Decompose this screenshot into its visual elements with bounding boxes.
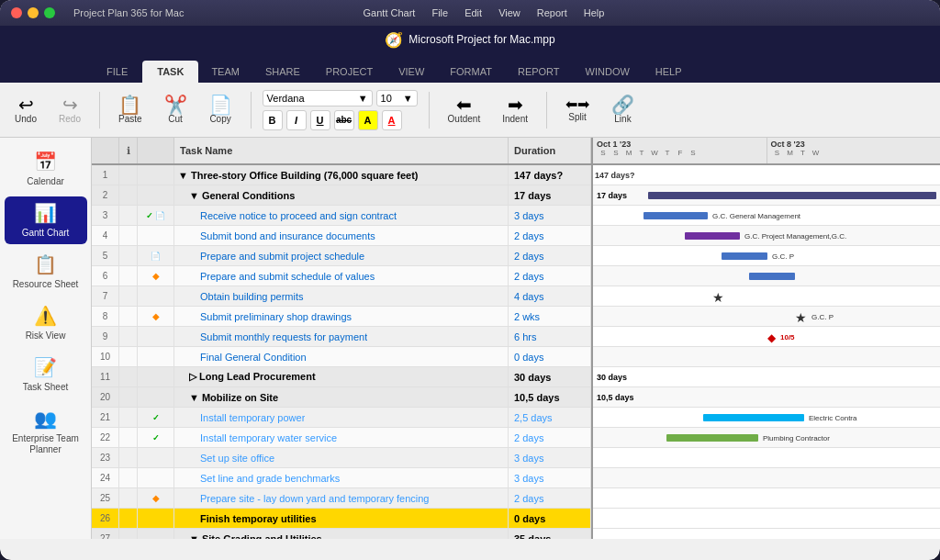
table-row[interactable]: 6 ◆ Prepare and submit schedule of value… <box>92 266 591 286</box>
table-row[interactable]: 2 ▼ General Conditions 17 days <box>92 185 591 206</box>
bold-button[interactable]: B <box>263 110 283 130</box>
cell-row-num: 11 <box>92 367 119 386</box>
table-row[interactable]: 3 ✓ 📄 Receive notice to proceed and sign… <box>92 206 591 226</box>
cell-flags <box>138 165 174 185</box>
cell-duration: 2 days <box>509 246 591 265</box>
tab-report[interactable]: REPORT <box>505 61 573 83</box>
gantt-label: Electric Contra <box>809 414 856 422</box>
col-header-duration: Duration <box>509 138 591 163</box>
table-row[interactable]: 11 ▷ Long Lead Procurement 30 days <box>92 367 591 387</box>
menu-edit[interactable]: Edit <box>464 7 482 18</box>
gantt-row: 10,5 days <box>593 387 940 408</box>
table-row[interactable]: 4 Submit bond and insurance documents 2 … <box>92 226 591 246</box>
cut-button[interactable]: ✂️ Cut <box>157 92 195 128</box>
gantt-label: 30 days <box>597 373 627 382</box>
highlight-button[interactable]: A <box>358 110 378 130</box>
undo-button[interactable]: ↩ Undo <box>7 92 44 128</box>
content-area: ℹ Task Name Duration 1 <box>92 138 940 539</box>
gantt-row: Electric Contra <box>593 408 940 428</box>
cell-duration: 0 days <box>509 509 591 528</box>
table-row[interactable]: 9 Submit monthly requests for payment 6 … <box>92 327 591 347</box>
sidebar-item-gantt[interactable]: 📊 Gantt Chart <box>5 196 87 244</box>
main-area: 📅 Calendar 📊 Gantt Chart 📋 Resource Shee… <box>0 138 940 539</box>
table-row[interactable]: 5 📄 Prepare and submit project schedule … <box>92 246 591 266</box>
tab-share[interactable]: SHARE <box>252 61 313 83</box>
split-button[interactable]: ⬅➡ Split <box>558 94 597 126</box>
italic-button[interactable]: I <box>286 110 307 130</box>
cell-row-num: 7 <box>92 286 119 306</box>
tab-task[interactable]: TASK <box>142 61 198 83</box>
table-row[interactable]: 10 Final General Condition 0 days <box>92 347 591 367</box>
paste-button[interactable]: 📋 Paste <box>111 92 150 128</box>
outdent-button[interactable]: ⬅ Outdent <box>441 92 488 128</box>
link-button[interactable]: 🔗 Link <box>604 92 642 128</box>
table-row[interactable]: 26 Finish temporay utilities 0 days <box>92 509 591 529</box>
grid-header: ℹ Task Name Duration <box>92 138 591 165</box>
size-selector[interactable]: 10 ▼ <box>376 90 418 106</box>
gantt-bar <box>666 434 758 442</box>
redo-button[interactable]: ↪ Redo <box>51 92 88 128</box>
cell-flags: ✓ <box>138 408 174 427</box>
undo-label: Undo <box>15 114 37 124</box>
gantt-week2-days: S M T W <box>771 149 937 157</box>
sidebar-item-enterprise[interactable]: 👥 Enterprise Team Planner <box>5 402 87 461</box>
tab-file[interactable]: FILE <box>92 61 142 83</box>
cell-info <box>119 347 138 366</box>
gantt-duration-label: 147 days? <box>595 171 635 180</box>
tab-team[interactable]: TEAM <box>198 61 252 83</box>
menu-report[interactable]: Report <box>537 7 567 18</box>
cell-duration: 3 days <box>509 206 591 225</box>
gantt-row: G.C. Project Management,G.C. <box>593 226 940 246</box>
table-row[interactable]: 8 ◆ Submit preliminary shop drawings 2 w… <box>92 307 591 327</box>
tab-view[interactable]: VIEW <box>386 61 437 83</box>
tab-format[interactable]: FORMAT <box>437 61 505 83</box>
cell-name: Submit preliminary shop drawings <box>174 307 509 326</box>
sidebar-item-task[interactable]: 📝 Task Sheet <box>5 351 87 398</box>
cell-duration: 2 days <box>509 226 591 245</box>
gantt-row <box>593 448 940 468</box>
tab-project[interactable]: PROJECT <box>313 61 386 83</box>
milestone-diamond-icon: ◆ <box>767 331 776 344</box>
table-row[interactable]: 22 ✓ Install temporary water service 2 d… <box>92 428 591 448</box>
menu-file[interactable]: File <box>431 7 448 18</box>
gantt-bar <box>722 252 767 260</box>
table-row[interactable]: 21 ✓ Install temporary power 2,5 days <box>92 408 591 428</box>
table-row[interactable]: 20 ▼ Mobilize on Site 10,5 days <box>92 387 591 408</box>
gantt-row: ◆ 10/5 <box>593 327 940 347</box>
sidebar-item-resource[interactable]: 📋 Resource Sheet <box>5 248 87 296</box>
tab-help[interactable]: HELP <box>643 61 695 83</box>
table-row[interactable]: 27 ▼ Site Grading and Utilities 35 days <box>92 529 591 539</box>
table-row[interactable]: 1 ▼ Three-story Office Building (76,000 … <box>92 165 591 185</box>
cut-icon: ✂️ <box>164 95 187 114</box>
minimize-button[interactable] <box>28 7 39 18</box>
font-color-button[interactable]: A <box>382 110 402 130</box>
cell-row-num: 3 <box>92 206 119 225</box>
size-dropdown-icon: ▼ <box>403 93 413 104</box>
indent-button[interactable]: ➡ Indent <box>495 92 535 128</box>
menu-gantt-chart[interactable]: Gantt Chart <box>364 7 416 18</box>
window-title: Microsoft Project for Mac.mpp <box>408 33 554 46</box>
table-row[interactable]: 25 ◆ Prepare site - lay down yard and te… <box>92 488 591 509</box>
table-row[interactable]: 24 Set line and grade benchmarks 3 days <box>92 468 591 488</box>
close-button[interactable] <box>11 7 22 18</box>
maximize-button[interactable] <box>44 7 55 18</box>
table-row[interactable]: 23 Set up site office 3 days <box>92 448 591 468</box>
menu-help[interactable]: Help <box>584 7 605 18</box>
risk-icon: ⚠️ <box>34 305 57 327</box>
col-header-name: Task Name <box>174 138 509 163</box>
sidebar-item-calendar[interactable]: 📅 Calendar <box>5 145 87 193</box>
sidebar-item-risk[interactable]: ⚠️ Risk View <box>5 299 87 347</box>
cell-row-num: 10 <box>92 347 119 366</box>
menu-view[interactable]: View <box>498 7 520 18</box>
strikethrough-button[interactable]: abc <box>334 110 354 130</box>
separator-4 <box>546 92 547 129</box>
cell-duration: 3 days <box>509 448 591 467</box>
redo-label: Redo <box>59 114 81 124</box>
tab-window[interactable]: WINDOW <box>573 61 643 83</box>
cell-flags <box>138 529 174 539</box>
font-selector[interactable]: Verdana ▼ <box>263 90 373 106</box>
copy-button[interactable]: 📄 Copy <box>202 92 240 128</box>
underline-button[interactable]: U <box>310 110 330 130</box>
cell-duration: 4 days <box>509 286 591 306</box>
table-row[interactable]: 7 Obtain building permits 4 days <box>92 286 591 307</box>
